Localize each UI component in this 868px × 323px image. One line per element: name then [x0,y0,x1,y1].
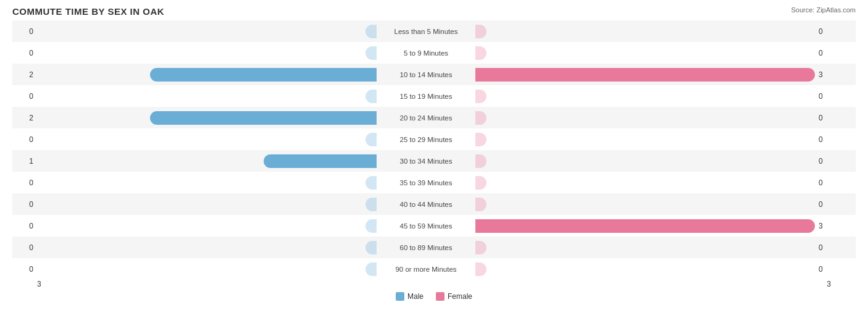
bottom-left-value: 3 [37,280,41,288]
male-value: 0 [12,222,37,230]
female-value: 0 [815,92,840,101]
chart-row: 0 90 or more Minutes 0 [12,258,856,280]
chart-title: COMMUTE TIME BY SEX IN OAK [12,6,856,17]
male-value: 0 [12,49,37,57]
legend-female: Female [436,292,472,301]
bar-section-left [37,90,377,103]
female-bar [475,154,486,168]
female-bar [475,25,486,38]
bar-section-right [475,68,815,82]
chart-row: 0 45 to 59 Minutes 3 [12,215,856,237]
male-legend-box [396,292,404,301]
male-bar [365,25,377,38]
female-value: 0 [815,49,840,57]
male-bar [150,111,377,125]
male-bar [365,90,377,103]
female-value: 0 [815,243,840,252]
bar-section-left [37,176,377,190]
female-bar [475,46,486,60]
bar-section-left [37,219,377,233]
female-bar [475,241,486,254]
chart-row: 0 15 to 19 Minutes 0 [12,85,856,107]
male-value: 0 [12,92,37,101]
male-bar [365,46,377,60]
legend: Male Female [12,292,856,301]
chart-row: 0 35 to 39 Minutes 0 [12,172,856,193]
bars-area: 0 Less than 5 Minutes 0 0 5 to 9 Minutes… [12,20,856,279]
male-value: 0 [12,200,37,209]
female-value: 0 [815,114,840,122]
bar-section-left [37,154,377,168]
bar-section-right [475,133,815,146]
bar-section-right [475,90,815,103]
bar-section-left [37,25,377,38]
female-value: 3 [815,70,840,79]
chart-row: 1 30 to 34 Minutes 0 [12,150,856,172]
female-bar [475,111,486,125]
male-bar [365,198,377,211]
male-bar [365,262,377,276]
male-bar [150,68,377,82]
chart-container: COMMUTE TIME BY SEX IN OAK Source: ZipAt… [0,0,868,323]
female-value: 0 [815,135,840,144]
bottom-values: 3 3 [12,280,856,288]
female-bar [475,219,815,233]
female-bar [475,262,486,276]
legend-male: Male [396,292,424,301]
male-bar [365,241,377,254]
bar-section-left [37,262,377,276]
bar-section-right [475,219,815,233]
chart-row: 0 Less than 5 Minutes 0 [12,20,856,42]
male-value: 0 [12,178,37,187]
row-label: 90 or more Minutes [377,266,475,273]
row-label: 10 to 14 Minutes [377,71,475,78]
male-bar [365,219,377,233]
row-label: 60 to 89 Minutes [377,244,475,251]
female-bar [475,176,486,190]
female-value: 0 [815,265,840,274]
male-value: 1 [12,157,37,166]
male-value: 2 [12,114,37,122]
male-bar [365,176,377,190]
female-bar [475,68,815,82]
chart-row: 0 25 to 29 Minutes 0 [12,128,856,150]
row-label: 5 to 9 Minutes [377,49,475,57]
chart-row: 2 20 to 24 Minutes 0 [12,107,856,128]
male-value: 0 [12,243,37,252]
bar-section-right [475,25,815,38]
male-value: 0 [12,265,37,274]
male-legend-label: Male [407,292,424,301]
chart-row: 0 60 to 89 Minutes 0 [12,237,856,258]
bar-section-right [475,111,815,125]
bar-section-left [37,68,377,82]
chart-row: 0 5 to 9 Minutes 0 [12,42,856,64]
female-value: 0 [815,27,840,36]
chart-row: 0 40 to 44 Minutes 0 [12,193,856,215]
row-label: 20 to 24 Minutes [377,114,475,122]
bottom-right-value: 3 [827,280,831,288]
row-label: 25 to 29 Minutes [377,136,475,143]
bar-section-right [475,241,815,254]
bar-section-right [475,46,815,60]
female-legend-label: Female [448,292,472,301]
source-text: Source: ZipAtlas.com [791,6,856,14]
bar-section-left [37,46,377,60]
male-bar [264,154,377,168]
female-bar [475,90,486,103]
bar-section-right [475,262,815,276]
bar-section-left [37,133,377,146]
male-value: 0 [12,27,37,36]
chart-row: 2 10 to 14 Minutes 3 [12,64,856,85]
bar-section-left [37,198,377,211]
bar-section-left [37,241,377,254]
bar-section-left [37,111,377,125]
male-bar [365,133,377,146]
female-bar [475,198,486,211]
row-label: 30 to 34 Minutes [377,157,475,165]
female-value: 0 [815,200,840,209]
male-value: 2 [12,70,37,79]
row-label: 15 to 19 Minutes [377,93,475,100]
female-value: 0 [815,178,840,187]
row-label: 35 to 39 Minutes [377,179,475,187]
bar-section-right [475,198,815,211]
